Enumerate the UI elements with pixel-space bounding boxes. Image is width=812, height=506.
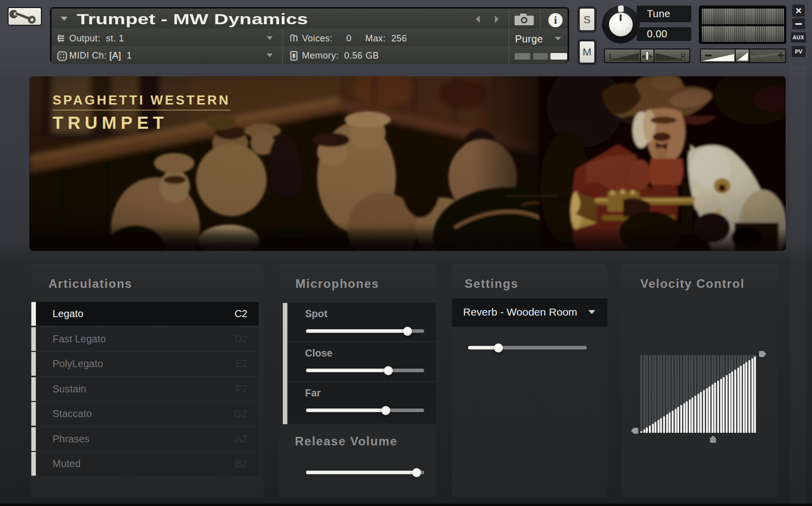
svg-text:L: L: [609, 52, 613, 60]
svg-text:R: R: [681, 52, 686, 60]
